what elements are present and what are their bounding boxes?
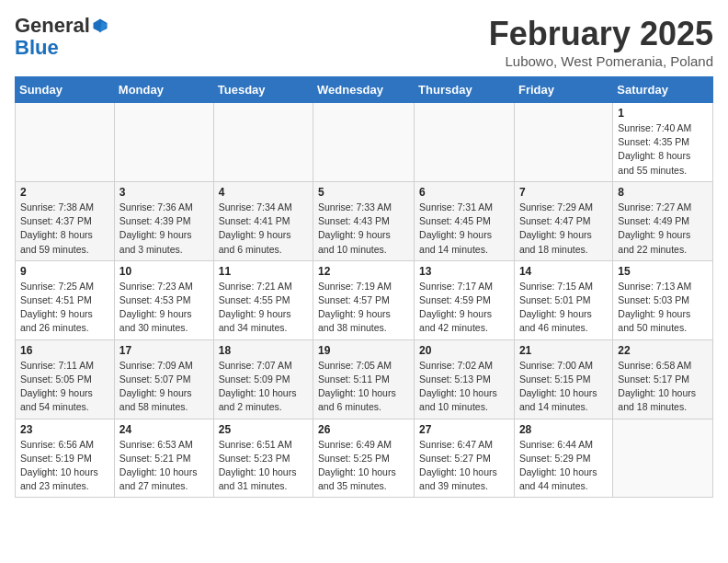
calendar-cell [415,103,515,182]
day-number: 1 [618,107,708,120]
calendar-cell: 3Sunrise: 7:36 AM Sunset: 4:39 PM Daylig… [114,181,213,260]
calendar-cell: 11Sunrise: 7:21 AM Sunset: 4:55 PM Dayli… [213,260,313,339]
day-number: 28 [519,423,608,436]
col-header-monday: Monday [114,77,213,103]
day-number: 3 [119,186,209,199]
calendar-cell: 8Sunrise: 7:27 AM Sunset: 4:49 PM Daylig… [613,181,713,260]
calendar-cell: 20Sunrise: 7:02 AM Sunset: 5:13 PM Dayli… [415,339,515,419]
calendar-cell: 10Sunrise: 7:23 AM Sunset: 4:53 PM Dayli… [114,260,213,339]
calendar-cell: 13Sunrise: 7:17 AM Sunset: 4:59 PM Dayli… [415,260,515,339]
day-detail: Sunrise: 7:29 AM Sunset: 4:47 PM Dayligh… [519,201,608,257]
day-number: 13 [419,265,509,278]
day-number: 10 [119,265,209,278]
day-number: 4 [219,186,308,199]
day-detail: Sunrise: 7:07 AM Sunset: 5:09 PM Dayligh… [219,359,308,415]
calendar-cell: 5Sunrise: 7:33 AM Sunset: 4:43 PM Daylig… [313,181,415,260]
calendar-cell [213,103,313,182]
day-number: 8 [618,186,708,199]
day-number: 20 [419,344,509,357]
day-number: 15 [618,265,708,278]
day-detail: Sunrise: 7:13 AM Sunset: 5:03 PM Dayligh… [618,280,708,336]
calendar-week-row: 2Sunrise: 7:38 AM Sunset: 4:37 PM Daylig… [16,181,713,260]
day-detail: Sunrise: 6:47 AM Sunset: 5:27 PM Dayligh… [419,438,509,494]
day-detail: Sunrise: 6:51 AM Sunset: 5:23 PM Dayligh… [219,438,308,494]
day-number: 7 [519,186,608,199]
day-detail: Sunrise: 7:21 AM Sunset: 4:55 PM Dayligh… [219,280,308,336]
calendar-week-row: 9Sunrise: 7:25 AM Sunset: 4:51 PM Daylig… [16,260,713,339]
calendar-week-row: 1Sunrise: 7:40 AM Sunset: 4:35 PM Daylig… [16,103,713,182]
calendar-header-row: SundayMondayTuesdayWednesdayThursdayFrid… [16,77,713,103]
calendar-cell: 18Sunrise: 7:07 AM Sunset: 5:09 PM Dayli… [213,339,313,419]
day-detail: Sunrise: 7:00 AM Sunset: 5:15 PM Dayligh… [519,359,608,415]
day-number: 26 [318,423,409,436]
day-detail: Sunrise: 6:56 AM Sunset: 5:19 PM Dayligh… [20,438,109,494]
col-header-friday: Friday [514,77,612,103]
calendar-cell: 2Sunrise: 7:38 AM Sunset: 4:37 PM Daylig… [16,181,115,260]
day-number: 16 [20,344,109,357]
col-header-tuesday: Tuesday [213,77,313,103]
calendar-cell: 17Sunrise: 7:09 AM Sunset: 5:07 PM Dayli… [114,339,213,419]
day-detail: Sunrise: 7:40 AM Sunset: 4:35 PM Dayligh… [618,121,708,178]
day-number: 5 [318,186,409,199]
calendar-cell: 12Sunrise: 7:19 AM Sunset: 4:57 PM Dayli… [313,260,415,339]
calendar-cell: 9Sunrise: 7:25 AM Sunset: 4:51 PM Daylig… [16,260,115,339]
calendar-cell: 24Sunrise: 6:53 AM Sunset: 5:21 PM Dayli… [114,419,213,498]
calendar-cell: 26Sunrise: 6:49 AM Sunset: 5:25 PM Dayli… [313,419,415,498]
calendar-cell [114,103,213,182]
day-number: 21 [519,344,608,357]
day-number: 6 [419,186,509,199]
day-detail: Sunrise: 7:02 AM Sunset: 5:13 PM Dayligh… [419,359,509,415]
logo-general-text: General [15,15,90,37]
calendar-cell: 6Sunrise: 7:31 AM Sunset: 4:45 PM Daylig… [415,181,515,260]
main-title: February 2025 [489,15,713,53]
calendar-week-row: 23Sunrise: 6:56 AM Sunset: 5:19 PM Dayli… [16,419,713,498]
day-number: 24 [119,423,209,436]
logo-blue-text: Blue [15,37,108,59]
day-detail: Sunrise: 7:31 AM Sunset: 4:45 PM Dayligh… [419,201,509,257]
title-block: February 2025 Lubowo, West Pomerania, Po… [489,15,713,69]
day-number: 18 [219,344,308,357]
day-number: 12 [318,265,409,278]
day-number: 17 [119,344,209,357]
day-detail: Sunrise: 7:27 AM Sunset: 4:49 PM Dayligh… [618,201,708,257]
calendar-cell: 7Sunrise: 7:29 AM Sunset: 4:47 PM Daylig… [514,181,612,260]
day-detail: Sunrise: 7:25 AM Sunset: 4:51 PM Dayligh… [20,280,109,336]
logo: General Blue [15,15,108,59]
day-number: 19 [318,344,409,357]
calendar-cell: 27Sunrise: 6:47 AM Sunset: 5:27 PM Dayli… [415,419,515,498]
calendar-cell: 16Sunrise: 7:11 AM Sunset: 5:05 PM Dayli… [16,339,115,419]
sub-title: Lubowo, West Pomerania, Poland [489,53,713,69]
header: General Blue February 2025 Lubowo, West … [15,15,713,69]
day-number: 23 [20,423,109,436]
day-number: 14 [519,265,608,278]
calendar-cell: 1Sunrise: 7:40 AM Sunset: 4:35 PM Daylig… [613,103,713,182]
day-number: 2 [20,186,109,199]
day-detail: Sunrise: 7:05 AM Sunset: 5:11 PM Dayligh… [318,359,409,415]
day-number: 27 [419,423,509,436]
day-number: 22 [618,344,708,357]
day-detail: Sunrise: 6:58 AM Sunset: 5:17 PM Dayligh… [618,359,708,415]
calendar-cell: 19Sunrise: 7:05 AM Sunset: 5:11 PM Dayli… [313,339,415,419]
calendar-week-row: 16Sunrise: 7:11 AM Sunset: 5:05 PM Dayli… [16,339,713,419]
calendar-cell: 25Sunrise: 6:51 AM Sunset: 5:23 PM Dayli… [213,419,313,498]
day-detail: Sunrise: 6:49 AM Sunset: 5:25 PM Dayligh… [318,438,409,494]
day-detail: Sunrise: 7:17 AM Sunset: 4:59 PM Dayligh… [419,280,509,336]
day-detail: Sunrise: 7:09 AM Sunset: 5:07 PM Dayligh… [119,359,209,415]
day-detail: Sunrise: 6:44 AM Sunset: 5:29 PM Dayligh… [519,438,608,494]
day-detail: Sunrise: 7:33 AM Sunset: 4:43 PM Dayligh… [318,201,409,257]
day-detail: Sunrise: 7:23 AM Sunset: 4:53 PM Dayligh… [119,280,209,336]
calendar-cell: 23Sunrise: 6:56 AM Sunset: 5:19 PM Dayli… [16,419,115,498]
col-header-thursday: Thursday [415,77,515,103]
calendar-cell: 22Sunrise: 6:58 AM Sunset: 5:17 PM Dayli… [613,339,713,419]
calendar-cell: 15Sunrise: 7:13 AM Sunset: 5:03 PM Dayli… [613,260,713,339]
day-detail: Sunrise: 7:38 AM Sunset: 4:37 PM Dayligh… [20,201,109,257]
calendar-cell: 21Sunrise: 7:00 AM Sunset: 5:15 PM Dayli… [514,339,612,419]
calendar-cell: 14Sunrise: 7:15 AM Sunset: 5:01 PM Dayli… [514,260,612,339]
day-detail: Sunrise: 7:36 AM Sunset: 4:39 PM Dayligh… [119,201,209,257]
day-detail: Sunrise: 6:53 AM Sunset: 5:21 PM Dayligh… [119,438,209,494]
calendar-cell [514,103,612,182]
col-header-sunday: Sunday [16,77,115,103]
col-header-wednesday: Wednesday [313,77,415,103]
day-detail: Sunrise: 7:15 AM Sunset: 5:01 PM Dayligh… [519,280,608,336]
col-header-saturday: Saturday [613,77,713,103]
